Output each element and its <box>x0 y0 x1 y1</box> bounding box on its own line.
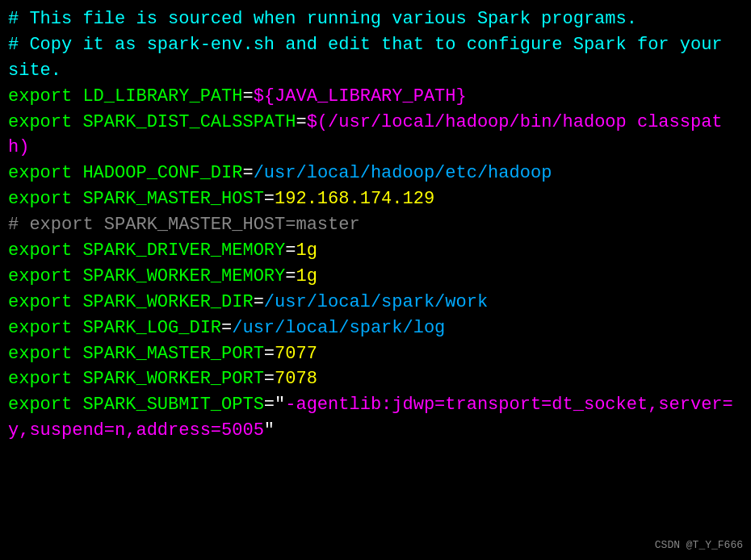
code-segment: export <box>8 395 82 415</box>
code-segment: export <box>8 318 82 338</box>
code-segment: 192.168.174.129 <box>275 189 434 209</box>
code-segment: = <box>242 163 253 183</box>
code-segment: = <box>264 344 275 364</box>
code-segment: $(/usr/local/h <box>307 112 456 132</box>
code-segment: = <box>242 86 253 107</box>
code-segment: # This file is sourced when running vari… <box>8 9 552 29</box>
code-segment: export <box>8 266 82 286</box>
code-segment: = <box>285 240 296 261</box>
code-line: export LD_LIBRARY_PATH=${JAVA_LIBRARY_PA… <box>8 84 743 110</box>
code-segment: export <box>8 292 82 312</box>
code-segment: export <box>8 369 82 389</box>
code-segment: = <box>254 292 264 312</box>
code-line: export SPARK_DRIVER_MEMORY=1g <box>8 238 743 264</box>
code-segment: SPARK_WORKER_DIR <box>82 292 253 312</box>
code-segment: export <box>8 240 82 261</box>
code-segment: SPARK_DRIVER_MEMORY <box>82 240 285 261</box>
code-segment: SPARK_WORKER_MEMORY <box>82 266 285 286</box>
code-segment: LD_LIBRARY_PATH <box>82 86 242 107</box>
code-segment: 1g <box>296 266 317 286</box>
code-content: # This file is sourced when running vari… <box>8 6 743 444</box>
code-line: # export SPARK_MASTER_HOST=master <box>8 212 743 238</box>
code-segment: =" <box>264 395 285 415</box>
code-segment: SPARK_MASTER_HOST <box>82 189 263 209</box>
code-segment: HADOOP_CONF_DIR <box>82 163 242 183</box>
code-segment: SPARK_WORKER_PORT <box>82 369 263 389</box>
code-segment: = <box>285 266 296 286</box>
code-line: export SPARK_DIST_CALSSPATH=$(/usr/local… <box>8 110 743 161</box>
code-line: export HADOOP_CONF_DIR=/usr/local/hadoop… <box>8 161 743 186</box>
code-segment: /usr/local/hadoop/etc/hadoop <box>254 163 552 183</box>
code-segment: 7077 <box>275 344 317 364</box>
code-line: # This file is sourced when running vari… <box>8 6 743 32</box>
code-segment: export <box>8 344 82 364</box>
code-segment: /usr/local/spark/work <box>264 292 488 312</box>
code-segment: " <box>264 420 275 441</box>
code-segment: SPARK_SUBMIT_OPTS <box>82 395 263 415</box>
watermark-text: CSDN @T_Y_F666 <box>655 538 743 554</box>
code-line: export SPARK_MASTER_PORT=7077 <box>8 341 743 367</box>
code-segment: = <box>264 189 275 209</box>
code-line: export SPARK_SUBMIT_OPTS="-agentlib:jdwp… <box>8 392 743 444</box>
code-line: export SPARK_LOG_DIR=/usr/local/spark/lo… <box>8 316 743 341</box>
code-segment: export <box>8 86 82 107</box>
code-segment: ${JAVA_LIBRARY_PATH} <box>254 86 467 107</box>
code-segment: export <box>8 163 82 183</box>
code-segment: SPARK_LOG_DIR <box>82 318 221 338</box>
code-segment: SPARK_DIST_CALSSPATH <box>82 112 296 132</box>
code-line: export SPARK_WORKER_DIR=/usr/local/spark… <box>8 290 743 316</box>
code-segment: -agentlib:jdwp=transport= <box>285 395 552 415</box>
code-segment: # Copy it as spark-env.sh and edit that … <box>8 35 552 55</box>
code-segment: rograms. <box>552 9 637 29</box>
code-segment: /usr/local/spark/log <box>232 318 445 338</box>
code-line: export SPARK_MASTER_HOST=192.168.174.129 <box>8 186 743 212</box>
code-segment: = <box>296 112 306 132</box>
code-line: export SPARK_WORKER_PORT=7078 <box>8 366 743 392</box>
code-line: export SPARK_WORKER_MEMORY=1g <box>8 264 743 290</box>
code-line: # Copy it as spark-env.sh and edit that … <box>8 32 743 84</box>
code-segment: export <box>8 112 82 132</box>
code-segment: = <box>264 369 275 389</box>
code-segment: export <box>8 189 82 209</box>
code-segment: 1g <box>296 240 317 261</box>
code-segment: 7078 <box>275 369 317 389</box>
code-segment: # export SPARK_MASTER_HOST=master <box>8 215 360 235</box>
code-segment: SPARK_MASTER_PORT <box>82 344 263 364</box>
code-segment: = <box>221 318 232 338</box>
